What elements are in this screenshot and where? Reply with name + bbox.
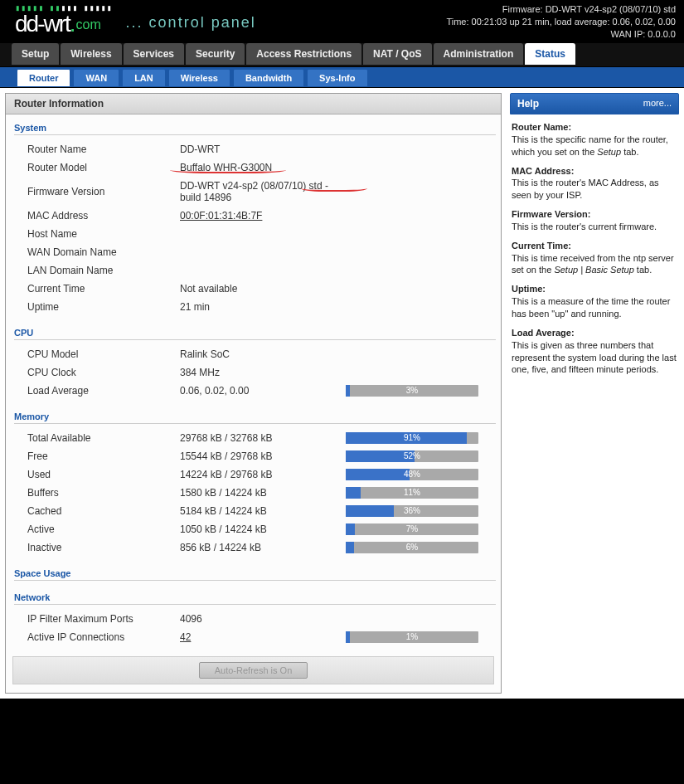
help-item-title: MAC Address: [512, 165, 677, 178]
link[interactable]: 42 [180, 631, 191, 643]
key: WAN Domain Name [11, 243, 177, 261]
main-panel: Router Information System Router NameDD-… [5, 93, 502, 694]
row-wan-domain-name: WAN Domain Name [11, 243, 496, 261]
key: Host Name [11, 225, 177, 243]
nav1-item-setup[interactable]: Setup [12, 43, 59, 65]
link[interactable]: 00:0F:01:31:4B:7F [180, 210, 262, 222]
progress-bar: 36% [346, 505, 478, 517]
nav1-item-administration[interactable]: Administration [434, 43, 524, 65]
time-line: Time: 00:21:03 up 21 min, load average: … [446, 16, 676, 28]
help-item-text: This is time received from the ntp serve… [512, 252, 677, 277]
help-more-link[interactable]: more... [643, 98, 672, 110]
help-item-text: This is a measure of the time the router… [512, 295, 677, 320]
row-firmware-version: Firmware VersionDD-WRT v24-sp2 (08/07/10… [11, 177, 496, 207]
main-nav: SetupWirelessServicesSecurityAccess Rest… [0, 43, 684, 66]
logo: ▮▮▮▮▮ ▮▮▮▮▮ ▮▮▮▮▮ dd-wrt.com ... control… [15, 3, 256, 37]
progress-bar: 7% [346, 523, 478, 535]
help-item-title: Load Average: [512, 327, 677, 339]
val: 384 MHz [177, 363, 342, 382]
row-host-name: Host Name [11, 225, 496, 243]
firmware-line: Firmware: DD-WRT v24-sp2 (08/07/10) std [446, 3, 676, 16]
nav1-item-wireless[interactable]: Wireless [61, 43, 121, 65]
row-buffers: Buffers1580 kB / 14224 kB11% [11, 484, 496, 502]
progress-bar: 48% [346, 469, 478, 480]
footer-bar: Auto-Refresh is On [12, 656, 494, 684]
val: Ralink SoC [177, 345, 342, 363]
nav2-item-wan[interactable]: WAN [73, 69, 119, 87]
key: Active [11, 520, 177, 538]
section-cpu: CPU CPU ModelRalink SoCCPU Clock384 MHzL… [6, 326, 501, 400]
val: 15544 kB / 29768 kB [177, 447, 342, 465]
section-network: Network IP Filter Maximum Ports4096Activ… [6, 591, 501, 646]
nav2-item-bandwidth[interactable]: Bandwidth [233, 69, 304, 87]
section-head-network: Network [14, 591, 496, 605]
help-item-text: This is the router's current firmware. [512, 221, 677, 233]
key: Cached [11, 502, 177, 520]
nav1-item-services[interactable]: Services [124, 43, 184, 65]
row-router-name: Router NameDD-WRT [11, 140, 496, 158]
row-ip-filter-maximum-ports: IP Filter Maximum Ports4096 [11, 610, 496, 628]
row-load-average: Load Average0.06, 0.02, 0.003% [11, 382, 496, 400]
val: 0.06, 0.02, 0.00 [177, 382, 342, 400]
val [177, 261, 342, 280]
nav2-item-wireless[interactable]: Wireless [168, 69, 230, 87]
val: 42 [177, 628, 342, 646]
control-panel-label: ... control panel [126, 14, 256, 31]
help-title: Help [517, 98, 539, 110]
val: 29768 kB / 32768 kB [177, 429, 342, 447]
row-cpu-model: CPU ModelRalink SoC [11, 345, 496, 363]
progress-bar: 3% [346, 385, 478, 397]
row-cpu-clock: CPU Clock384 MHz [11, 363, 496, 382]
row-mac-address: MAC Address00:0F:01:31:4B:7F [11, 207, 496, 225]
row-free: Free15544 kB / 29768 kB52% [11, 447, 496, 465]
key: Free [11, 447, 177, 465]
key: Used [11, 465, 177, 484]
nav2-item-router[interactable]: Router [17, 69, 70, 87]
key: CPU Model [11, 345, 177, 363]
section-memory: Memory Total Available29768 kB / 32768 k… [6, 410, 501, 557]
sub-nav: RouterWANLANWirelessBandwidthSys-Info [0, 66, 684, 88]
key: Buffers [11, 484, 177, 502]
val: Buffalo WHR-G300N [177, 158, 342, 177]
progress-bar: 91% [346, 432, 478, 444]
section-system: System Router NameDD-WRTRouter ModelBuff… [6, 121, 501, 316]
val: 14224 kB / 29768 kB [177, 465, 342, 484]
row-total-available: Total Available29768 kB / 32768 kB91% [11, 429, 496, 447]
key: IP Filter Maximum Ports [11, 610, 177, 628]
val [177, 225, 342, 243]
section-head-memory: Memory [14, 410, 496, 424]
help-item-text: This is the router's MAC Address, as see… [512, 177, 677, 202]
row-router-model: Router ModelBuffalo WHR-G300N [11, 158, 496, 177]
nav1-item-nat-qos[interactable]: NAT / QoS [363, 43, 431, 65]
val: 4096 [177, 610, 342, 628]
row-uptime: Uptime21 min [11, 298, 496, 316]
nav1-item-security[interactable]: Security [186, 43, 245, 65]
key: Total Available [11, 429, 177, 447]
section-head-cpu: CPU [14, 326, 496, 340]
key: Router Name [11, 140, 177, 158]
nav2-item-lan[interactable]: LAN [122, 69, 166, 87]
main-title: Router Information [6, 94, 501, 114]
help-item-text: This is given as three numbers that repr… [512, 339, 677, 377]
row-cached: Cached5184 kB / 14224 kB36% [11, 502, 496, 520]
nav2-item-sys-info[interactable]: Sys-Info [307, 69, 367, 87]
key: Active IP Connections [11, 628, 177, 646]
val: 1050 kB / 14224 kB [177, 520, 342, 538]
row-inactive: Inactive856 kB / 14224 kB6% [11, 538, 496, 557]
header-bar: Firmware: DD-WRT v24-sp2 (08/07/10) std … [0, 0, 684, 43]
auto-refresh-button[interactable]: Auto-Refresh is On [199, 662, 308, 679]
nav1-item-access-restrictions[interactable]: Access Restrictions [246, 43, 361, 65]
section-head-system: System [14, 121, 496, 135]
help-item-title: Router Name: [512, 121, 677, 134]
val: 00:0F:01:31:4B:7F [177, 207, 342, 225]
nav1-item-status[interactable]: Status [525, 43, 575, 65]
row-lan-domain-name: LAN Domain Name [11, 261, 496, 280]
val: 5184 kB / 14224 kB [177, 502, 342, 520]
key: Inactive [11, 538, 177, 557]
key: Router Model [11, 158, 177, 177]
help-item-text: This is the specific name for the router… [512, 134, 677, 158]
key: Load Average [11, 382, 177, 400]
header-info: Firmware: DD-WRT v24-sp2 (08/07/10) std … [446, 3, 676, 41]
key: Uptime [11, 298, 177, 316]
help-sidebar: Help more... Router Name:This is the spe… [510, 93, 679, 694]
